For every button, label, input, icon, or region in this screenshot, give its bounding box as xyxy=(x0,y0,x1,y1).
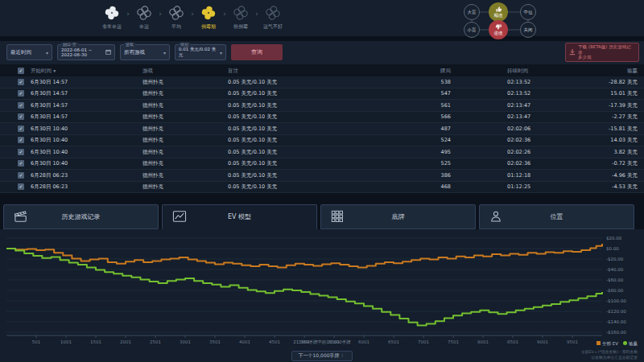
stakes-filter-select[interactable]: 级别 0.01 美元/0.02 美元 ▾ xyxy=(175,44,226,60)
row-checkbox[interactable]: ✓ xyxy=(18,172,24,179)
col-header-game[interactable]: 游戏 xyxy=(142,67,153,74)
luck-step[interactable]: 很倒霉 xyxy=(227,4,254,31)
luck-step[interactable]: 平均 xyxy=(163,4,190,31)
cell-game: 德州扑克 xyxy=(142,171,163,179)
cell-hands: 495 xyxy=(402,149,451,155)
luck-step[interactable]: 非常幸运 xyxy=(98,4,126,31)
hud-circle-thumbs-down[interactable]: 逆境 xyxy=(489,20,508,39)
cell-duration: 02:13:52 xyxy=(507,79,530,85)
cell-duration: 02:13:52 xyxy=(507,90,530,97)
col-header-winloss[interactable]: 输赢 xyxy=(564,67,638,74)
row-checkbox[interactable]: ✓ xyxy=(18,102,24,109)
cell-start-time: 6月28日 06:23 xyxy=(31,183,68,191)
tab-position[interactable]: 位置 xyxy=(479,204,634,229)
y-axis-tick-label: $0.00 xyxy=(606,246,619,251)
query-button[interactable]: 查询 xyxy=(231,44,283,60)
y-axis-tick-label: -$120.00 xyxy=(606,309,626,314)
row-checkbox[interactable]: ✓ xyxy=(18,113,24,120)
chart-fineprint: 全部EV＝(*现金金额)－筹码金额 以金额为单位汇总全部记录 xyxy=(581,349,638,360)
table-row[interactable]: ✓ 6月30日 14:57 德州扑克 0.05 美元/0.10 美元 566 0… xyxy=(0,112,644,124)
next-hands-button[interactable]: 下一个10,000手牌 〉 xyxy=(291,351,353,361)
chevron-down-icon: ▾ xyxy=(220,50,222,56)
game-filter-label: 游戏 xyxy=(124,43,135,47)
cell-blinds: 0.05 美元/0.10 美元 xyxy=(228,148,277,155)
cell-winloss: -4.96 美元 xyxy=(564,171,638,179)
download-history-button[interactable]: 下载 (BETA版) 历史游戏记录 多少局 xyxy=(565,43,639,62)
hud-circle-plain[interactable]: 小盲 xyxy=(464,22,480,38)
col-header-duration[interactable]: 持续时间 xyxy=(507,67,528,74)
hud-circle-plain[interactable]: 大盲 xyxy=(464,4,480,20)
table-body: ✓ 6月30日 14:57 德州扑克 0.05 美元/0.10 美元 538 0… xyxy=(0,76,644,193)
tab-label: 底牌 xyxy=(392,212,405,221)
date-range-label: 始日-至 xyxy=(61,43,78,47)
tab-history[interactable]: 历史游戏记录 xyxy=(3,204,159,229)
table-row[interactable]: ✓ 6月28日 06:23 德州扑克 0.05 美元/0.10 美元 386 0… xyxy=(0,170,644,182)
hud-circle-label: 小盲 xyxy=(468,27,477,32)
cell-blinds: 0.05 美元/0.10 美元 xyxy=(228,125,277,132)
luck-step[interactable]: 倒霉期 xyxy=(195,4,222,31)
cell-hands: 538 xyxy=(402,79,451,85)
cell-start-time: 6月28日 06:23 xyxy=(31,171,68,179)
cell-blinds: 0.05 美元/0.10 美元 xyxy=(228,78,277,85)
table-row[interactable]: ✓ 6月30日 10:40 德州扑克 0.05 美元/0.10 美元 524 0… xyxy=(0,135,644,147)
chart-pagination: 21,369手牌中的10,000手牌 下一个10,000手牌 〉 xyxy=(0,339,644,361)
table-row[interactable]: ✓ 6月30日 14:57 德州扑克 0.05 美元/0.10 美元 538 0… xyxy=(0,76,644,88)
table-row[interactable]: ✓ 6月28日 06:23 德州扑克 0.05 美元/0.10 美元 468 0… xyxy=(0,182,644,194)
download-button-label: 下载 (BETA版) 历史游戏记录 多少局 xyxy=(578,44,635,60)
luck-step-label: 运气不好 xyxy=(259,23,287,31)
hud-circle-thumbs-up[interactable]: 顺境 xyxy=(489,2,508,22)
cell-start-time: 6月30日 10:40 xyxy=(31,125,68,132)
game-filter-select[interactable]: 游戏 所有游戏 ▾ xyxy=(120,44,170,60)
cell-winloss: -0.72 美元 xyxy=(564,160,638,167)
grid-icon xyxy=(331,210,344,224)
table-row[interactable]: ✓ 6月30日 10:40 德州扑克 0.05 美元/0.10 美元 495 0… xyxy=(0,146,644,158)
cell-start-time: 6月30日 14:57 xyxy=(31,101,68,109)
cell-winloss: -28.82 美元 xyxy=(564,78,638,85)
row-checkbox[interactable]: ✓ xyxy=(18,125,24,132)
clover-icon xyxy=(98,4,126,22)
row-checkbox[interactable]: ✓ xyxy=(18,137,24,143)
time-filter-value: 最近时间 xyxy=(10,49,31,56)
y-axis-tick-label: -$100.00 xyxy=(606,298,626,303)
luck-step[interactable]: 幸运 xyxy=(130,4,158,31)
time-filter-select[interactable]: 最近时间 ▾ xyxy=(6,44,52,60)
cell-hands: 524 xyxy=(402,137,451,143)
luck-step[interactable]: 运气不好 xyxy=(259,4,287,31)
cell-start-time: 6月30日 10:40 xyxy=(31,137,68,144)
table-row[interactable]: ✓ 6月30日 10:40 德州扑克 0.05 美元/0.10 美元 525 0… xyxy=(0,158,644,171)
luck-scale: 非常幸运› 幸运› 平均› 倒霉期› 很倒霉› 运气不好 xyxy=(98,4,287,31)
cell-hands: 386 xyxy=(402,172,451,179)
clapper-icon xyxy=(14,210,28,224)
table-row[interactable]: ✓ 6月30日 10:40 德州扑克 0.05 美元/0.10 美元 487 0… xyxy=(0,123,644,135)
y-axis-tick-label: -$20.00 xyxy=(606,257,624,261)
col-header-hands[interactable]: 牌局 xyxy=(402,67,451,74)
col-header-start-time[interactable]: 开始时间 ▼ xyxy=(31,67,56,74)
person-icon xyxy=(489,210,502,224)
select-all-checkbox[interactable]: ✓ xyxy=(18,68,24,74)
table-row[interactable]: ✓ 6月30日 14:57 德州扑克 0.05 美元/0.10 美元 547 0… xyxy=(0,88,644,101)
row-checkbox[interactable]: ✓ xyxy=(18,183,24,190)
row-checkbox[interactable]: ✓ xyxy=(18,79,24,85)
date-range-input[interactable]: 始日-至 2022-06-01 ~ 2022-06-30 xyxy=(57,44,115,60)
calendar-icon[interactable] xyxy=(105,49,111,56)
legend-winloss-swatch xyxy=(623,341,627,345)
tab-ev-model[interactable]: EV 模型 xyxy=(162,204,317,229)
row-checkbox[interactable]: ✓ xyxy=(18,149,24,155)
col-header-blinds[interactable]: 盲注 xyxy=(228,67,238,74)
y-axis-tick-label: -$80.00 xyxy=(606,288,624,293)
y-axis-tick-label: -$40.00 xyxy=(606,267,624,272)
cell-blinds: 0.05 美元/0.10 美元 xyxy=(228,137,277,144)
cell-game: 德州扑克 xyxy=(142,160,163,167)
tab-hole-cards[interactable]: 底牌 xyxy=(320,204,476,229)
hud-circle-plain[interactable]: 关闭 xyxy=(520,22,536,38)
cell-winloss: -2.27 美元 xyxy=(564,113,638,121)
table-row[interactable]: ✓ 6月30日 14:57 德州扑克 0.05 美元/0.10 美元 561 0… xyxy=(0,100,644,112)
clover-icon xyxy=(227,4,254,22)
cell-blinds: 0.05 美元/0.10 美元 xyxy=(228,90,277,97)
clover-icon xyxy=(130,4,158,22)
row-checkbox[interactable]: ✓ xyxy=(18,160,24,167)
cell-hands: 468 xyxy=(402,183,451,190)
cell-game: 德州扑克 xyxy=(142,78,163,85)
hud-circle-plain[interactable]: 中位 xyxy=(520,4,536,20)
row-checkbox[interactable]: ✓ xyxy=(18,90,24,97)
